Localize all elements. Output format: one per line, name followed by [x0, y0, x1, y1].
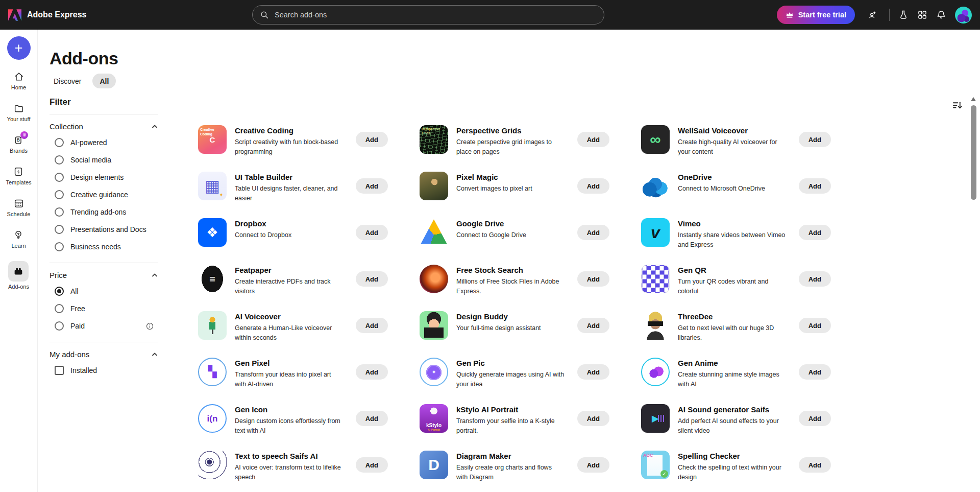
addon-card[interactable]: ▚ Gen Pixel Transform your ideas into pi…	[198, 358, 420, 404]
addon-card[interactable]: ∞ WellSaid Voiceover Create high-quality…	[641, 125, 863, 172]
scrollbar-thumb[interactable]	[971, 105, 976, 200]
addon-card[interactable]: ❖ Dropbox Connect to Dropbox Add	[198, 218, 420, 265]
brand[interactable]: Adobe Express	[0, 9, 86, 21]
folder-icon	[13, 103, 24, 114]
sidebar-item-templates[interactable]: Templates	[6, 166, 31, 185]
addon-card[interactable]: ▶ AI Sound generator Saifs Add perfect A…	[641, 404, 863, 451]
filter-option[interactable]: Trending add-ons	[50, 203, 158, 221]
addon-card[interactable]: CCreative Coding Creative Coding Script …	[198, 125, 420, 172]
refer-friend-button[interactable]	[864, 7, 880, 24]
add-button[interactable]: Add	[577, 225, 609, 240]
add-button[interactable]: Add	[356, 318, 388, 333]
user-avatar[interactable]	[955, 7, 972, 24]
sidebar-item-your-stuff[interactable]: Your stuff	[7, 103, 31, 122]
addon-name: Perspective Grids	[456, 126, 565, 135]
add-button[interactable]: Add	[799, 271, 831, 287]
filter-option[interactable]: Installed	[50, 362, 158, 379]
addon-card[interactable]: D Diagram Maker Easily create org charts…	[420, 451, 641, 492]
filter-section-price-header[interactable]: Price	[50, 271, 158, 279]
addon-card[interactable]: v Vimeo Instantly share videos between V…	[641, 218, 863, 265]
search-bar[interactable]	[252, 5, 604, 25]
add-button[interactable]: Add	[577, 364, 609, 380]
addon-card[interactable]: kStyloAI Portrait kStylo AI Portrait Tra…	[420, 404, 641, 451]
radio-button[interactable]	[55, 225, 64, 234]
filter-option[interactable]: Paid	[50, 317, 158, 335]
add-button[interactable]: Add	[799, 225, 831, 240]
add-button[interactable]: Add	[356, 225, 388, 240]
add-button[interactable]: Add	[577, 271, 609, 287]
filter-option[interactable]: AI-powered	[50, 134, 158, 151]
sort-button[interactable]	[952, 100, 963, 111]
addon-card[interactable]: i(n Gen Icon Design custom icons effortl…	[198, 404, 420, 451]
radio-button[interactable]	[55, 190, 64, 199]
radio-button[interactable]	[55, 138, 64, 147]
tab-all[interactable]: All	[92, 74, 116, 88]
gen-qr-icon	[641, 265, 670, 293]
filter-option[interactable]: Business needs	[50, 238, 158, 255]
beta-labs-button[interactable]	[898, 10, 909, 20]
addon-card[interactable]: Gen QR Turn your QR codes vibrant and co…	[641, 265, 863, 311]
radio-button[interactable]	[55, 173, 64, 182]
add-button[interactable]: Add	[799, 411, 831, 426]
filter-section-collection-header[interactable]: Collection	[50, 122, 158, 131]
addon-card[interactable]: Google Drive Connect to Google Drive Add	[420, 218, 641, 265]
addon-card[interactable]: Text to speech Saifs AI AI voice over: t…	[198, 451, 420, 492]
addon-card[interactable]: ▦✦ UI Table Builder Table UI designs fas…	[198, 172, 420, 218]
add-button[interactable]: Add	[577, 457, 609, 473]
add-button[interactable]: Add	[577, 318, 609, 333]
add-button[interactable]: Add	[577, 411, 609, 426]
scrollbar-up-arrow[interactable]	[971, 97, 976, 101]
addon-card[interactable]: ✦ Gen Pic Quickly generate images using …	[420, 358, 641, 404]
add-button[interactable]: Add	[356, 132, 388, 147]
add-button[interactable]: Add	[799, 178, 831, 194]
filter-option[interactable]: All	[50, 283, 158, 300]
add-button[interactable]: Add	[577, 178, 609, 194]
start-free-trial-button[interactable]: Start free trial	[777, 6, 855, 24]
sidebar-item-schedule[interactable]: Schedule	[7, 198, 31, 217]
addon-card[interactable]: AI Voiceover Generate a Human-Like voice…	[198, 311, 420, 358]
filter-option[interactable]: Presentations and Docs	[50, 221, 158, 238]
info-icon[interactable]	[146, 322, 154, 330]
radio-button[interactable]	[55, 242, 64, 251]
addon-card[interactable]: Free Stock Search Millions of Free Stock…	[420, 265, 641, 311]
radio-button[interactable]	[55, 155, 64, 165]
search-input[interactable]	[274, 10, 597, 19]
addon-card[interactable]: ≡ Featpaper Create interactive PDFs and …	[198, 265, 420, 311]
sidebar-item-home[interactable]: Home	[11, 71, 26, 90]
filter-option[interactable]: Social media	[50, 151, 158, 169]
checkbox[interactable]	[55, 366, 64, 375]
filter-option[interactable]: Creative guidance	[50, 186, 158, 203]
radio-button[interactable]	[55, 321, 64, 331]
tab-discover[interactable]: Discover	[46, 74, 88, 88]
radio-button[interactable]	[55, 207, 64, 217]
addon-card[interactable]: ABC✓ Spelling Checker Check the spelling…	[641, 451, 863, 492]
radio-button[interactable]	[55, 287, 64, 296]
add-button[interactable]: Add	[799, 364, 831, 380]
addon-card[interactable]: Pixel Magic Convert images to pixel art …	[420, 172, 641, 218]
sidebar-item-add-ons[interactable]: Add-ons	[8, 261, 29, 290]
addon-card[interactable]: Perspective Grids Perspective Grids Crea…	[420, 125, 641, 172]
add-button[interactable]: Add	[356, 457, 388, 473]
apps-grid-button[interactable]	[917, 10, 927, 20]
filter-option[interactable]: Design elements	[50, 169, 158, 186]
filter-option[interactable]: Free	[50, 300, 158, 317]
addon-card[interactable]: Design Buddy Your full-time design assis…	[420, 311, 641, 358]
add-button[interactable]: Add	[577, 132, 609, 147]
add-button[interactable]: Add	[356, 411, 388, 426]
free-stock-search-icon	[420, 265, 448, 293]
add-button[interactable]: Add	[356, 271, 388, 287]
addon-card[interactable]: OneDrive Connect to Microsoft OneDrive A…	[641, 172, 863, 218]
filter-section-my-addons-header[interactable]: My add-ons	[50, 350, 158, 359]
sidebar-item-brands[interactable]: B ♛ Brands	[10, 134, 28, 154]
add-button[interactable]: Add	[356, 364, 388, 380]
add-button[interactable]: Add	[799, 318, 831, 333]
add-button[interactable]: Add	[799, 457, 831, 473]
create-new-button[interactable]: +	[7, 36, 31, 60]
addon-card[interactable]: ThreeDee Get to next level with our huge…	[641, 311, 863, 358]
add-button[interactable]: Add	[799, 132, 831, 147]
sidebar-item-learn[interactable]: Learn	[11, 229, 26, 249]
radio-button[interactable]	[55, 304, 64, 313]
add-button[interactable]: Add	[356, 178, 388, 194]
notifications-button[interactable]	[936, 10, 946, 20]
addon-card[interactable]: Gen Anime Create stunning anime style im…	[641, 358, 863, 404]
